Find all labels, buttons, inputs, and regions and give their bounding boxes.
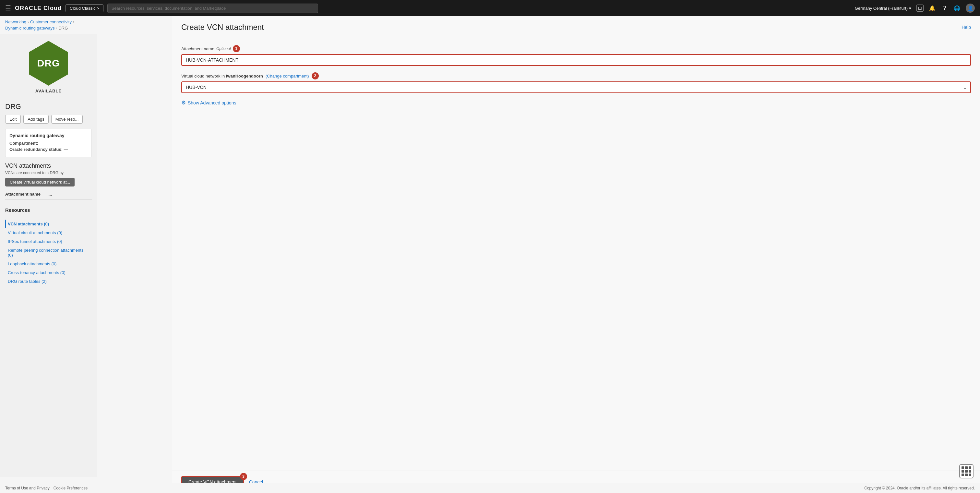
step-2-badge: 2 bbox=[312, 72, 319, 80]
top-navigation: ☰ ORACLE Cloud Cloud Classic > Germany C… bbox=[0, 0, 980, 16]
vcn-label-prefix: Virtual cloud network in IwanHoogendoorn bbox=[181, 74, 263, 78]
table-header: Attachment name ... bbox=[5, 189, 92, 199]
vcn-label-row: Virtual cloud network in IwanHoogendoorn… bbox=[181, 72, 971, 80]
sidebar-item-ipsec[interactable]: IPSec tunnel attachments (0) bbox=[5, 237, 92, 246]
sidebar-nav: Resources VCN attachments (0) Virtual ci… bbox=[0, 202, 97, 291]
redundancy-row: Oracle redundancy status: — bbox=[10, 147, 88, 152]
create-vcn-btn[interactable]: Create virtual cloud network at... bbox=[5, 178, 75, 186]
create-vcn-attachment-panel: Create VCN attachment Help Attachment na… bbox=[172, 16, 980, 493]
breadcrumb-customer-connectivity[interactable]: Customer connectivity bbox=[30, 19, 72, 24]
filter-icon: ⚙ bbox=[181, 100, 186, 106]
breadcrumb-sep-2: › bbox=[73, 20, 74, 24]
bottom-bar: Terms of Use and Privacy Cookie Preferen… bbox=[0, 483, 980, 493]
cookies-link[interactable]: Cookie Preferences bbox=[54, 486, 88, 490]
help-icon[interactable]: ? bbox=[941, 5, 948, 12]
notifications-icon[interactable]: 🔔 bbox=[929, 5, 936, 12]
cloud-classic-button[interactable]: Cloud Classic > bbox=[65, 4, 103, 12]
step-3-badge: 3 bbox=[240, 473, 247, 480]
help-link[interactable]: Help bbox=[961, 25, 971, 30]
drg-hexagon: DRG bbox=[27, 41, 70, 86]
attachment-name-group: Attachment name Optional 1 bbox=[181, 45, 971, 66]
compartment-row: Compartment: bbox=[10, 141, 88, 146]
attachment-name-header: Attachment name bbox=[5, 192, 49, 197]
change-compartment-link[interactable]: (Change compartment) bbox=[266, 74, 309, 78]
breadcrumb-sep-1: › bbox=[27, 20, 29, 24]
help-widget-button[interactable] bbox=[959, 464, 974, 479]
sidebar-item-drg-route-tables[interactable]: DRG route tables (2) bbox=[5, 277, 92, 286]
bottom-left-links: Terms of Use and Privacy Cookie Preferen… bbox=[5, 486, 88, 490]
breadcrumb: Networking › Customer connectivity › Dyn… bbox=[0, 16, 97, 34]
sidebar-item-remote-peering[interactable]: Remote peering connection attachments (0… bbox=[5, 246, 92, 259]
vcn-attachments-title: VCN attachments bbox=[5, 162, 92, 169]
attachment-name-input[interactable] bbox=[181, 54, 971, 66]
breadcrumb-networking[interactable]: Networking bbox=[5, 19, 26, 24]
vcn-select-wrapper: HUB-VCN ⌄ bbox=[181, 81, 971, 93]
move-resources-button[interactable]: Move reso... bbox=[51, 115, 83, 124]
oracle-logo: ORACLE Cloud bbox=[15, 5, 62, 12]
globe-icon[interactable]: 🌐 bbox=[953, 5, 961, 12]
advanced-options-link[interactable]: ⚙ Show Advanced options bbox=[181, 100, 971, 106]
drg-title: DRG bbox=[0, 100, 97, 112]
drg-info-title: Dynamic routing gateway bbox=[10, 133, 88, 138]
col2-header: ... bbox=[49, 192, 92, 197]
breadcrumb-dynamic-routing[interactable]: Dynamic routing gateways bbox=[5, 25, 54, 30]
drg-info-box: Dynamic routing gateway Compartment: Ora… bbox=[5, 129, 92, 157]
search-input[interactable] bbox=[107, 3, 318, 13]
add-tags-button[interactable]: Add tags bbox=[23, 115, 48, 124]
sidebar-item-loopback[interactable]: Loopback attachments (0) bbox=[5, 259, 92, 268]
drg-icon-area: DRG AVAILABLE bbox=[0, 34, 97, 100]
terms-link[interactable]: Terms of Use and Privacy bbox=[5, 486, 49, 490]
help-grid-icon bbox=[961, 466, 971, 476]
vcn-section-desc: VCNs are connected to a DRG by bbox=[5, 170, 92, 175]
edit-button[interactable]: Edit bbox=[5, 115, 21, 124]
left-panel: Networking › Customer connectivity › Dyn… bbox=[0, 16, 97, 477]
sidebar-item-virtual-circuit[interactable]: Virtual circuit attachments (0) bbox=[5, 228, 92, 237]
status-badge: AVAILABLE bbox=[35, 89, 62, 94]
modal-body: Attachment name Optional 1 Virtual cloud… bbox=[172, 37, 980, 471]
sidebar-item-vcn-attachments[interactable]: VCN attachments (0) bbox=[5, 219, 92, 228]
vcn-selector-group: Virtual cloud network in IwanHoogendoorn… bbox=[181, 72, 971, 93]
vcn-select[interactable]: HUB-VCN bbox=[182, 82, 970, 92]
region-selector[interactable]: Germany Central (Frankfurt) ▾ bbox=[855, 6, 911, 11]
step-1-badge: 1 bbox=[233, 45, 240, 52]
copyright-text: Copyright © 2024, Oracle and/or its affi… bbox=[864, 486, 975, 490]
nav-right: Germany Central (Frankfurt) ▾ ⊡ 🔔 ? 🌐 👤 bbox=[855, 3, 975, 13]
cloud-shell-icon[interactable]: ⊡ bbox=[916, 5, 924, 12]
avatar[interactable]: 👤 bbox=[966, 3, 975, 13]
modal-title: Create VCN attachment bbox=[181, 23, 264, 32]
left-main: DRG AVAILABLE DRG Edit Add tags Move res… bbox=[0, 34, 97, 477]
sidebar-item-cross-tenancy[interactable]: Cross-tenancy attachments (0) bbox=[5, 268, 92, 277]
action-bar: Edit Add tags Move reso... bbox=[0, 112, 97, 126]
hamburger-menu-icon[interactable]: ☰ bbox=[5, 4, 11, 12]
modal-header: Create VCN attachment Help bbox=[172, 16, 980, 37]
breadcrumb-sep-3: › bbox=[56, 26, 57, 30]
chevron-down-icon: ▾ bbox=[909, 6, 911, 11]
vcn-attachments-section: VCN attachments VCNs are connected to a … bbox=[0, 160, 97, 202]
attachment-name-label: Attachment name Optional 1 bbox=[181, 45, 971, 52]
resources-title: Resources bbox=[5, 207, 92, 213]
drg-icon-text: DRG bbox=[37, 58, 60, 69]
breadcrumb-drg: DRG bbox=[58, 25, 68, 30]
